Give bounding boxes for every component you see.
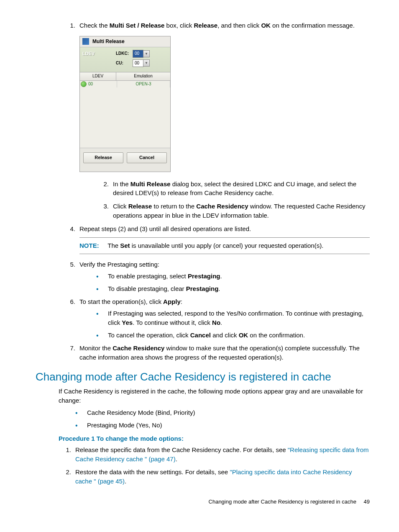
- dialog-icon: [82, 38, 89, 45]
- th-ldev: LDEV: [80, 72, 116, 80]
- dialog-title-bar: Multi Release: [80, 36, 170, 47]
- dialog-button-row: Release Cancel: [80, 148, 170, 172]
- chevron-down-icon[interactable]: ▼: [143, 59, 150, 67]
- ldkc-select[interactable]: 00 ▼: [133, 50, 150, 58]
- section-heading: Changing mode after Cache Residency is r…: [36, 370, 370, 383]
- outer-steps: 1. Check the Multi Set / Release box, cl…: [36, 21, 370, 362]
- chevron-down-icon[interactable]: ▼: [143, 50, 150, 57]
- ldkc-value: 00: [133, 50, 143, 58]
- note-box: NOTE: The Set is unavailable until you a…: [79, 237, 370, 254]
- cancel-button[interactable]: Cancel: [127, 152, 167, 163]
- th-emulation: Emulation: [116, 72, 170, 80]
- multi-release-dialog: Multi Release LDEV LDKC: 00 ▼ CU:: [79, 36, 171, 172]
- dialog-fields: LDKC: 00 ▼ CU: 00 ▼: [116, 50, 168, 69]
- step-1-wrapper: 1. Check the Multi Set / Release box, cl…: [63, 21, 370, 220]
- dialog-title: Multi Release: [92, 38, 125, 45]
- bullet-cancel-operation: To cancel the operation, click Cancel an…: [96, 331, 370, 340]
- dialog-table-body[interactable]: 00 OPEN-3: [80, 81, 170, 148]
- row-ldev-cell: 00: [80, 81, 117, 88]
- step-2: 2. In the Multi Release dialog box, sele…: [96, 180, 370, 198]
- step-7: 7. Monitor the Cache Residency window to…: [63, 344, 370, 362]
- dialog-table-header: LDEV Emulation: [80, 72, 170, 81]
- sub-steps: 2. In the Multi Release dialog box, sele…: [79, 180, 370, 220]
- dialog-top-panel: LDEV LDKC: 00 ▼ CU: 00 ▼: [80, 47, 170, 72]
- bullet-enable-prestaging: To enable prestaging, select Prestaging.: [96, 272, 370, 281]
- ldkc-row: LDKC: 00 ▼: [116, 50, 168, 58]
- bullet-prestaging-confirm: If Prestaging was selected, respond to t…: [96, 309, 370, 327]
- page-footer: Changing mode after Cache Residency is r…: [36, 499, 370, 505]
- bullet-cache-mode: Cache Residency Mode (Bind, Priority): [75, 408, 370, 417]
- cu-select[interactable]: 00 ▼: [133, 59, 150, 67]
- step-6: 6. To start the operation(s), click Appl…: [63, 297, 370, 339]
- note-label: NOTE:: [79, 242, 99, 249]
- cu-value: 00: [133, 59, 143, 67]
- row-emulation-cell: OPEN-3: [117, 81, 170, 88]
- page-number: 49: [364, 499, 370, 505]
- procedure-label: Procedure 1 To change the mode options:: [59, 435, 370, 442]
- section-intro: If Cache Residency is registered in the …: [59, 387, 370, 405]
- step-5-bullets: To enable prestaging, select Prestaging.…: [79, 272, 370, 293]
- cu-row: CU: 00 ▼: [116, 59, 168, 67]
- step-1-text: Check the Multi Set / Release box, click…: [79, 22, 355, 29]
- release-button[interactable]: Release: [83, 152, 123, 163]
- procedure-steps: 1. Release the specific data from the Ca…: [36, 445, 370, 486]
- step-5: 5. Verify the Prestaging setting: To ena…: [63, 260, 370, 293]
- bullet-prestaging-mode: Prestaging Mode (Yes, No): [75, 421, 370, 430]
- mode-options: Cache Residency Mode (Bind, Priority) Pr…: [59, 408, 370, 430]
- step-3: 3. Click Release to return to the Cache …: [96, 202, 370, 220]
- step-6-bullets: If Prestaging was selected, respond to t…: [79, 309, 370, 339]
- table-row[interactable]: 00 OPEN-3: [80, 81, 170, 88]
- ldev-status-icon: [81, 81, 87, 87]
- ldev-tab[interactable]: LDEV: [82, 50, 116, 69]
- bullet-disable-prestaging: To disable prestaging, clear Prestaging.: [96, 284, 370, 293]
- footer-text: Changing mode after Cache Residency is r…: [209, 499, 356, 505]
- step-4: 4. Repeat steps (2) and (3) until all de…: [63, 224, 370, 254]
- proc-step-1: 1. Release the specific data from the Ca…: [59, 445, 370, 464]
- proc-step-2: 2. Restore the data with the new setting…: [59, 468, 370, 486]
- cu-label: CU:: [116, 60, 133, 67]
- ldkc-label: LDKC:: [116, 51, 133, 57]
